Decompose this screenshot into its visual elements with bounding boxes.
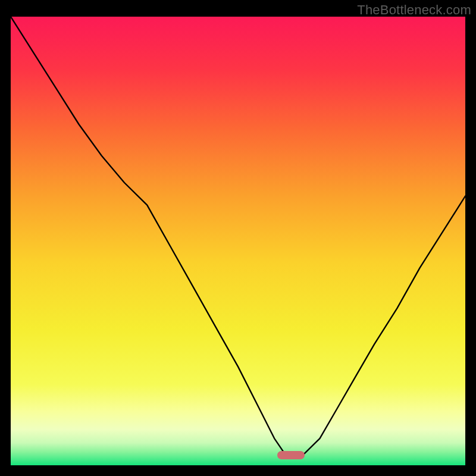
plot-area — [11, 17, 465, 465]
bottleneck-curve — [11, 17, 465, 465]
optimum-marker — [277, 451, 305, 459]
watermark-text: TheBottleneck.com — [357, 2, 471, 18]
optimum-marker-pill — [277, 451, 305, 459]
chart-frame: TheBottleneck.com — [0, 0, 476, 476]
